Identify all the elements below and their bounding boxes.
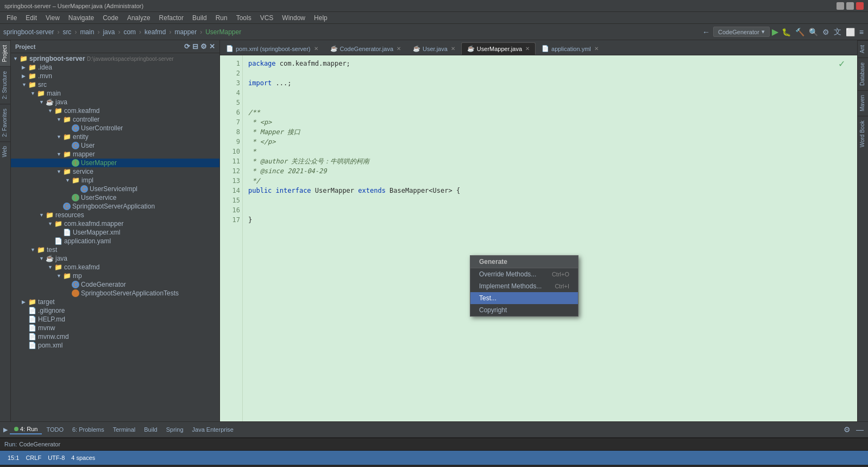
menu-refactor[interactable]: Refactor: [155, 13, 188, 23]
web-tab[interactable]: Web: [0, 141, 10, 161]
tree-mapper[interactable]: ▼ 📁 mapper: [11, 150, 219, 159]
tree-user-mapper-xml[interactable]: 📄 UserMapper.xml: [11, 228, 219, 237]
run-config-dropdown[interactable]: CodeGenerator ▾: [713, 27, 770, 37]
ctx-override-methods[interactable]: Override Methods... Ctrl+O: [470, 268, 578, 280]
tree-resources[interactable]: ▼ 📁 resources: [11, 211, 219, 219]
menu-window[interactable]: Window: [278, 13, 310, 23]
tab-user-mapper[interactable]: ☕ UserMapper.java ✕: [461, 42, 536, 55]
tree-res-mapper[interactable]: ▼ 📁 com.keafmd.mapper: [11, 219, 219, 228]
tab-pom-close[interactable]: ✕: [314, 46, 318, 52]
tree-test[interactable]: ▼ 📁 test: [11, 245, 219, 254]
favorites-tab[interactable]: 2: Favorites: [0, 104, 10, 141]
run-tab-spring[interactable]: Spring: [162, 425, 188, 434]
ctx-test[interactable]: Test...: [470, 292, 578, 304]
tree-user[interactable]: C User: [11, 141, 219, 150]
tree-user-service-impl[interactable]: C UserServiceImpl: [11, 185, 219, 193]
tree-mvnw-cmd[interactable]: 📄 mvnw.cmd: [11, 332, 219, 341]
minimize-button[interactable]: [836, 2, 844, 10]
run-tab-run[interactable]: 4: Run: [10, 425, 42, 434]
tree-mvnw[interactable]: 📄 mvnw: [11, 324, 219, 332]
tree-root[interactable]: ▼ 📁 springboot-server D:\javaworkspace\s…: [11, 54, 219, 63]
tree-service[interactable]: ▼ 📁 service: [11, 167, 219, 176]
tree-application-yaml[interactable]: 📄 application.yaml: [11, 237, 219, 245]
tree-impl[interactable]: ▼ 📁 impl: [11, 176, 219, 185]
breadcrumb-file[interactable]: UserMapper: [205, 28, 241, 36]
tree-target[interactable]: ▶ 📁 target: [11, 298, 219, 306]
menu-tools[interactable]: Tools: [232, 13, 256, 23]
tree-user-mapper[interactable]: I UserMapper: [11, 159, 219, 167]
expand-icon[interactable]: ⬜: [845, 27, 856, 37]
ant-tab[interactable]: Ant: [858, 40, 868, 58]
ctx-implement-methods[interactable]: Implement Methods... Ctrl+I: [470, 280, 578, 292]
tab-yml-close[interactable]: ✕: [594, 46, 599, 52]
run-button[interactable]: ▶: [772, 27, 778, 37]
maven-tab[interactable]: Maven: [858, 90, 868, 116]
minimize-panel-icon[interactable]: —: [855, 424, 865, 435]
tab-code-generator[interactable]: ☕ CodeGenerator.java ✕: [324, 42, 407, 55]
maximize-button[interactable]: [846, 2, 854, 10]
menu-edit[interactable]: Edit: [21, 13, 41, 23]
code-editor[interactable]: 12345 678910 1112131415 1617 package com…: [220, 55, 857, 421]
tree-src[interactable]: ▼ 📁 src: [11, 80, 219, 89]
tree-idea[interactable]: ▶ 📁 .idea: [11, 63, 219, 72]
run-tab-problems[interactable]: 6: Problems: [68, 425, 109, 434]
tab-application-yml[interactable]: 📄 application.yml ✕: [536, 42, 605, 55]
breadcrumb-root[interactable]: springboot-server: [3, 28, 54, 36]
tree-mvn[interactable]: ▶ 📁 .mvn: [11, 72, 219, 80]
breadcrumb-mapper[interactable]: mapper: [174, 28, 197, 36]
breadcrumb-java[interactable]: java: [103, 28, 115, 36]
sync-icon[interactable]: ⟳: [184, 42, 190, 51]
tree-app-tests[interactable]: C SpringbootServerApplicationTests: [11, 289, 219, 298]
debug-button[interactable]: 🐛: [781, 27, 792, 37]
menu-view[interactable]: View: [41, 13, 64, 23]
menu-vcs[interactable]: VCS: [256, 13, 278, 23]
database-tab[interactable]: Database: [858, 58, 868, 90]
collapse-icon[interactable]: ⊟: [192, 42, 198, 51]
breadcrumb-src[interactable]: src: [62, 28, 71, 36]
breadcrumb-com[interactable]: com: [123, 28, 136, 36]
word-book-tab[interactable]: Word Book: [858, 116, 868, 152]
tree-user-controller[interactable]: C UserController: [11, 124, 219, 132]
tree-code-generator[interactable]: C CodeGenerator: [11, 280, 219, 289]
translate-icon[interactable]: 文: [833, 26, 842, 38]
close-panel-icon[interactable]: ✕: [209, 42, 215, 51]
structure-tab[interactable]: 2: Structure: [0, 66, 10, 104]
tree-help[interactable]: 📄 HELP.md: [11, 315, 219, 324]
menu-navigate[interactable]: Navigate: [64, 13, 98, 23]
menu-build[interactable]: Build: [188, 13, 211, 23]
settings-bottom-icon[interactable]: ⚙: [842, 424, 852, 435]
menu-file[interactable]: File: [2, 13, 21, 23]
tree-entity[interactable]: ▼ 📁 entity: [11, 132, 219, 141]
run-tab-terminal[interactable]: Terminal: [109, 425, 140, 434]
code-content[interactable]: package com.keafmd.mapper; import ...; /…: [243, 55, 857, 421]
close-button[interactable]: [856, 2, 864, 10]
tree-app[interactable]: C SpringbootServerApplication: [11, 202, 219, 211]
project-tab[interactable]: Project: [0, 40, 10, 66]
tree-controller[interactable]: ▼ 📁 controller: [11, 115, 219, 124]
tree-gitignore[interactable]: 📄 .gitignore: [11, 306, 219, 315]
settings-icon[interactable]: ⚙: [821, 27, 831, 37]
back-icon[interactable]: ←: [701, 27, 711, 37]
tree-com-keafmd[interactable]: ▼ 📁 com.keafmd: [11, 106, 219, 115]
tree-test-keafmd[interactable]: ▼ 📁 com.keafmd: [11, 263, 219, 272]
tree-main[interactable]: ▼ 📁 main: [11, 89, 219, 98]
menu-run[interactable]: Run: [211, 13, 232, 23]
tree-pom[interactable]: 📄 pom.xml: [11, 341, 219, 350]
build-button[interactable]: 🔨: [794, 27, 806, 37]
breadcrumb-keafmd[interactable]: keafmd: [144, 28, 166, 36]
run-tab-java-enterprise[interactable]: Java Enterprise: [188, 425, 238, 434]
menu-code[interactable]: Code: [98, 13, 123, 23]
tab-user-close[interactable]: ✕: [451, 46, 455, 52]
ctx-copyright[interactable]: Copyright: [470, 304, 578, 316]
tab-mapper-close[interactable]: ✕: [525, 46, 530, 52]
menu-analyze[interactable]: Analyze: [123, 13, 155, 23]
run-tab-todo[interactable]: TODO: [42, 425, 68, 434]
menu-help[interactable]: Help: [310, 13, 332, 23]
tree-user-service[interactable]: I UserService: [11, 193, 219, 202]
gear-icon[interactable]: ⚙: [200, 42, 207, 51]
run-tab-build[interactable]: Build: [140, 425, 161, 434]
tab-user-java[interactable]: ☕ User.java ✕: [407, 42, 461, 55]
tree-test-java[interactable]: ▼ ☕ java: [11, 254, 219, 263]
tab-codegen-close[interactable]: ✕: [397, 46, 401, 52]
search-icon[interactable]: 🔍: [808, 27, 819, 37]
